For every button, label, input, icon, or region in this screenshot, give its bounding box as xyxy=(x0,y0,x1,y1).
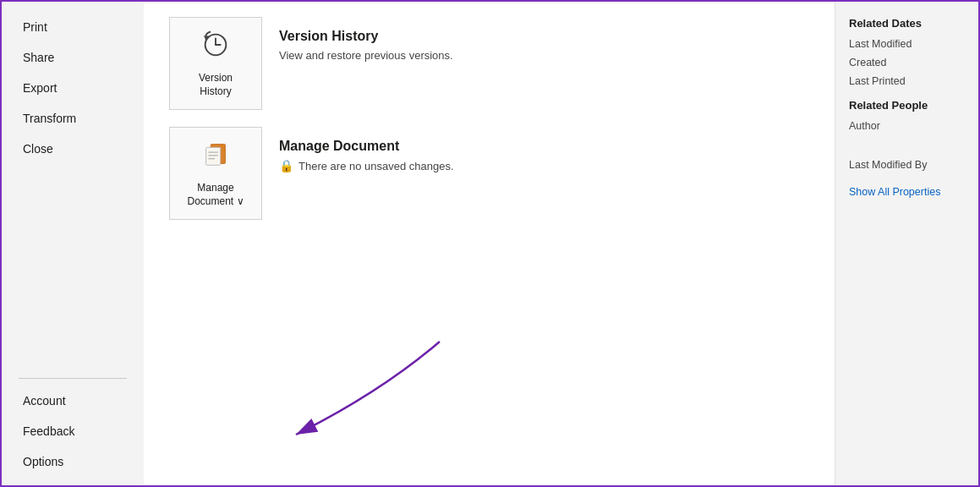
version-history-description: View and restore previous versions. xyxy=(279,49,453,62)
related-dates-title: Related Dates xyxy=(849,17,965,30)
author-label: Author xyxy=(849,118,965,134)
sidebar-item-export[interactable]: Export xyxy=(2,73,144,103)
manage-document-button[interactable]: ManageDocument ∨ xyxy=(169,127,262,220)
sidebar-item-transform[interactable]: Transform xyxy=(2,103,144,134)
version-history-icon-label: VersionHistory xyxy=(199,72,233,98)
manage-document-card: ManageDocument ∨ Manage Document 🔒 There… xyxy=(169,127,809,220)
sidebar-divider xyxy=(19,378,127,379)
sidebar-item-print[interactable]: Print xyxy=(2,12,144,42)
version-history-text: Version History View and restore previou… xyxy=(279,17,453,62)
app-layout: Print Share Export Transform Close Accou… xyxy=(2,2,978,485)
sidebar: Print Share Export Transform Close Accou… xyxy=(2,2,144,485)
last-modified-label: Last Modified xyxy=(849,36,965,52)
sidebar-item-share[interactable]: Share xyxy=(2,42,144,73)
manage-document-desc-icon: 🔒 xyxy=(279,159,293,172)
manage-document-title: Manage Document xyxy=(279,139,454,154)
version-history-button[interactable]: VersionHistory xyxy=(169,17,262,110)
last-modified-by-label: Last Modified By xyxy=(849,157,965,172)
version-history-icon xyxy=(200,28,232,67)
manage-document-icon xyxy=(200,138,232,177)
manage-document-description: 🔒 There are no unsaved changes. xyxy=(279,159,454,172)
related-people-title: Related People xyxy=(849,99,965,112)
version-history-card: VersionHistory Version History View and … xyxy=(169,17,809,110)
manage-document-icon-label: ManageDocument ∨ xyxy=(187,182,244,208)
sidebar-nav: Print Share Export Transform Close xyxy=(2,2,144,371)
sidebar-bottom: Account Feedback Options xyxy=(2,371,144,485)
last-printed-label: Last Printed xyxy=(849,74,965,89)
sidebar-item-options[interactable]: Options xyxy=(2,446,144,477)
sidebar-item-account[interactable]: Account xyxy=(2,386,144,416)
annotation-arrow xyxy=(228,325,482,451)
sidebar-item-close[interactable]: Close xyxy=(2,134,144,164)
right-panel: Related Dates Last Modified Created Last… xyxy=(835,2,978,485)
sidebar-item-feedback[interactable]: Feedback xyxy=(2,416,144,446)
show-all-properties-link[interactable]: Show All Properties xyxy=(849,186,965,198)
manage-document-text: Manage Document 🔒 There are no unsaved c… xyxy=(279,127,454,172)
svg-rect-2 xyxy=(206,148,221,166)
center-area: VersionHistory Version History View and … xyxy=(144,2,835,485)
version-history-title: Version History xyxy=(279,29,453,44)
created-label: Created xyxy=(849,55,965,70)
